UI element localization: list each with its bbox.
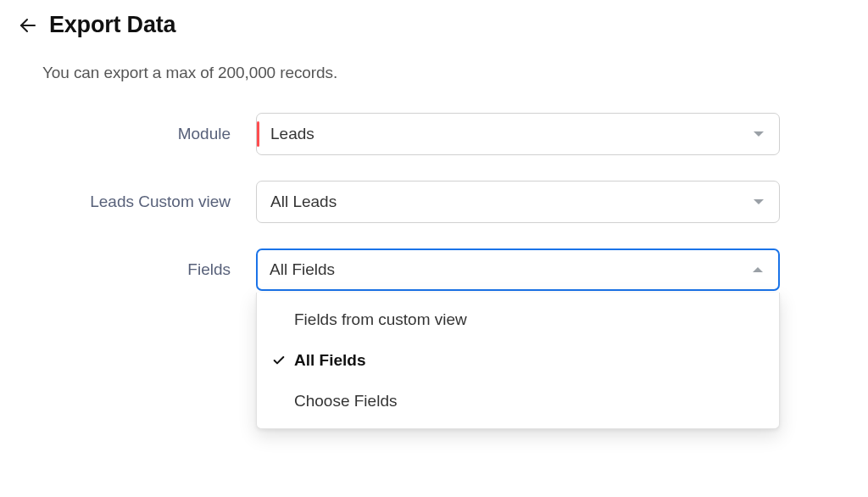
- option-label: Choose Fields: [294, 392, 397, 410]
- row-fields: Fields All Fields Fields from custom vie…: [42, 248, 860, 291]
- module-select[interactable]: Leads: [256, 113, 780, 155]
- fields-select[interactable]: All Fields: [256, 248, 780, 291]
- row-module: Module Leads: [42, 113, 860, 155]
- custom-view-select[interactable]: All Leads: [256, 181, 780, 223]
- fields-dropdown-wrap: All Fields Fields from custom view: [256, 248, 780, 291]
- option-fields-from-custom-view[interactable]: Fields from custom view: [257, 299, 779, 340]
- header: Export Data: [17, 12, 860, 38]
- option-choose-fields[interactable]: Choose Fields: [257, 381, 779, 422]
- export-data-page: Export Data You can export a max of 200,…: [0, 0, 868, 291]
- label-fields: Fields: [42, 260, 256, 279]
- fields-dropdown-menu: Fields from custom view All Fields Choos…: [256, 293, 780, 429]
- page-title: Export Data: [49, 12, 175, 38]
- checkmark-icon: [272, 354, 286, 367]
- custom-view-select-value: All Leads: [270, 193, 337, 211]
- option-label: Fields from custom view: [294, 310, 467, 329]
- row-custom-view: Leads Custom view All Leads: [42, 181, 860, 223]
- back-arrow-icon[interactable]: [17, 14, 39, 36]
- form: Module Leads Leads Custom view All Leads…: [42, 113, 860, 291]
- label-module: Module: [42, 125, 256, 143]
- option-all-fields[interactable]: All Fields: [257, 340, 779, 381]
- chevron-down-icon: [754, 199, 764, 204]
- label-custom-view: Leads Custom view: [42, 193, 256, 211]
- chevron-up-icon: [753, 267, 763, 272]
- module-select-value: Leads: [270, 125, 314, 143]
- fields-select-value: All Fields: [270, 260, 335, 279]
- option-label: All Fields: [294, 351, 365, 370]
- intro-text: You can export a max of 200,000 records.: [42, 64, 860, 82]
- chevron-down-icon: [754, 131, 764, 137]
